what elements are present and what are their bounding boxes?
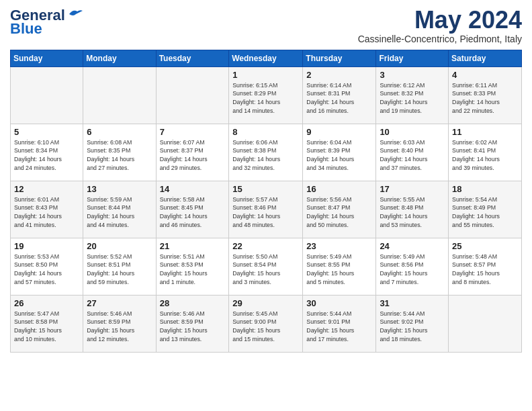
- day-info: Sunrise: 5:56 AM Sunset: 8:47 PM Dayligh…: [306, 195, 372, 230]
- day-info: Sunrise: 5:46 AM Sunset: 8:59 PM Dayligh…: [160, 310, 226, 344]
- header-thursday: Thursday: [303, 50, 376, 66]
- day-info: Sunrise: 5:53 AM Sunset: 8:50 PM Dayligh…: [14, 253, 79, 287]
- calendar-cell: 1Sunrise: 6:15 AM Sunset: 8:29 PM Daylig…: [229, 66, 303, 124]
- calendar-cell: [449, 295, 522, 352]
- day-number: 9: [306, 127, 372, 137]
- calendar-week-3: 12Sunrise: 6:01 AM Sunset: 8:43 PM Dayli…: [11, 181, 522, 238]
- day-number: 20: [87, 241, 152, 251]
- calendar-cell: [156, 66, 229, 124]
- day-info: Sunrise: 5:48 AM Sunset: 8:57 PM Dayligh…: [452, 253, 518, 287]
- day-info: Sunrise: 6:06 AM Sunset: 8:38 PM Dayligh…: [232, 138, 299, 173]
- day-number: 17: [380, 184, 445, 194]
- calendar-cell: 3Sunrise: 6:12 AM Sunset: 8:32 PM Daylig…: [376, 66, 449, 124]
- calendar-cell: 7Sunrise: 6:07 AM Sunset: 8:37 PM Daylig…: [156, 124, 229, 181]
- calendar-cell: 21Sunrise: 5:51 AM Sunset: 8:53 PM Dayli…: [156, 238, 229, 295]
- day-number: 7: [160, 127, 226, 137]
- day-info: Sunrise: 6:03 AM Sunset: 8:40 PM Dayligh…: [380, 138, 445, 173]
- day-info: Sunrise: 5:49 AM Sunset: 8:55 PM Dayligh…: [306, 253, 372, 287]
- day-info: Sunrise: 5:46 AM Sunset: 8:59 PM Dayligh…: [87, 310, 152, 344]
- day-info: Sunrise: 6:02 AM Sunset: 8:41 PM Dayligh…: [452, 138, 518, 173]
- day-info: Sunrise: 5:49 AM Sunset: 8:56 PM Dayligh…: [380, 253, 445, 287]
- day-number: 8: [232, 127, 299, 137]
- calendar-cell: 26Sunrise: 5:47 AM Sunset: 8:58 PM Dayli…: [11, 295, 83, 352]
- calendar-cell: 6Sunrise: 6:08 AM Sunset: 8:35 PM Daylig…: [83, 124, 156, 181]
- day-number: 25: [452, 241, 518, 251]
- location-subtitle: Cassinelle-Concentrico, Piedmont, Italy: [358, 34, 522, 44]
- header-wednesday: Wednesday: [229, 50, 303, 66]
- logo-blue: Blue: [10, 20, 42, 38]
- calendar-cell: 16Sunrise: 5:56 AM Sunset: 8:47 PM Dayli…: [303, 181, 376, 238]
- day-number: 6: [87, 127, 152, 137]
- calendar-week-5: 26Sunrise: 5:47 AM Sunset: 8:58 PM Dayli…: [11, 295, 522, 352]
- calendar-cell: 13Sunrise: 5:59 AM Sunset: 8:44 PM Dayli…: [83, 181, 156, 238]
- calendar-cell: 29Sunrise: 5:45 AM Sunset: 9:00 PM Dayli…: [229, 295, 303, 352]
- day-number: 26: [14, 298, 79, 308]
- calendar-cell: [83, 66, 156, 124]
- calendar-cell: 19Sunrise: 5:53 AM Sunset: 8:50 PM Dayli…: [11, 238, 83, 295]
- calendar-cell: 12Sunrise: 6:01 AM Sunset: 8:43 PM Dayli…: [11, 181, 83, 238]
- day-info: Sunrise: 5:44 AM Sunset: 9:02 PM Dayligh…: [380, 310, 445, 344]
- calendar-body: 1Sunrise: 6:15 AM Sunset: 8:29 PM Daylig…: [11, 66, 522, 352]
- day-number: 31: [380, 298, 445, 308]
- day-info: Sunrise: 5:57 AM Sunset: 8:46 PM Dayligh…: [232, 195, 299, 230]
- day-number: 19: [14, 241, 79, 251]
- day-number: 29: [232, 298, 299, 308]
- calendar-cell: 4Sunrise: 6:11 AM Sunset: 8:33 PM Daylig…: [449, 66, 522, 124]
- day-number: 3: [380, 70, 445, 80]
- day-info: Sunrise: 5:47 AM Sunset: 8:58 PM Dayligh…: [14, 310, 79, 344]
- calendar-cell: 20Sunrise: 5:52 AM Sunset: 8:51 PM Dayli…: [83, 238, 156, 295]
- day-info: Sunrise: 5:45 AM Sunset: 9:00 PM Dayligh…: [232, 310, 299, 344]
- day-number: 23: [306, 241, 372, 251]
- calendar-cell: [11, 66, 83, 124]
- calendar-cell: 24Sunrise: 5:49 AM Sunset: 8:56 PM Dayli…: [376, 238, 449, 295]
- calendar-cell: 14Sunrise: 5:58 AM Sunset: 8:45 PM Dayli…: [156, 181, 229, 238]
- month-title: May 2024: [358, 7, 522, 34]
- day-info: Sunrise: 5:50 AM Sunset: 8:54 PM Dayligh…: [232, 253, 299, 287]
- calendar-cell: 5Sunrise: 6:10 AM Sunset: 8:34 PM Daylig…: [11, 124, 83, 181]
- calendar-cell: 25Sunrise: 5:48 AM Sunset: 8:57 PM Dayli…: [449, 238, 522, 295]
- calendar-cell: 8Sunrise: 6:06 AM Sunset: 8:38 PM Daylig…: [229, 124, 303, 181]
- calendar-header: SundayMondayTuesdayWednesdayThursdayFrid…: [11, 50, 522, 66]
- day-info: Sunrise: 6:10 AM Sunset: 8:34 PM Dayligh…: [14, 138, 79, 173]
- calendar-cell: 10Sunrise: 6:03 AM Sunset: 8:40 PM Dayli…: [376, 124, 449, 181]
- calendar-cell: 17Sunrise: 5:55 AM Sunset: 8:48 PM Dayli…: [376, 181, 449, 238]
- logo-bird-icon: [68, 9, 83, 19]
- header-saturday: Saturday: [449, 50, 522, 66]
- header-friday: Friday: [376, 50, 449, 66]
- calendar-cell: 11Sunrise: 6:02 AM Sunset: 8:41 PM Dayli…: [449, 124, 522, 181]
- calendar-week-1: 1Sunrise: 6:15 AM Sunset: 8:29 PM Daylig…: [11, 66, 522, 124]
- calendar-cell: 30Sunrise: 5:44 AM Sunset: 9:01 PM Dayli…: [303, 295, 376, 352]
- day-info: Sunrise: 6:12 AM Sunset: 8:32 PM Dayligh…: [380, 81, 445, 116]
- day-number: 16: [306, 184, 372, 194]
- day-number: 2: [306, 70, 372, 80]
- day-info: Sunrise: 5:59 AM Sunset: 8:44 PM Dayligh…: [87, 195, 152, 230]
- day-number: 15: [232, 184, 299, 194]
- day-number: 22: [232, 241, 299, 251]
- header-sunday: Sunday: [11, 50, 83, 66]
- calendar-cell: 22Sunrise: 5:50 AM Sunset: 8:54 PM Dayli…: [229, 238, 303, 295]
- calendar-cell: 18Sunrise: 5:54 AM Sunset: 8:49 PM Dayli…: [449, 181, 522, 238]
- day-number: 28: [160, 298, 226, 308]
- day-info: Sunrise: 5:55 AM Sunset: 8:48 PM Dayligh…: [380, 195, 445, 230]
- header-monday: Monday: [83, 50, 156, 66]
- calendar-cell: 15Sunrise: 5:57 AM Sunset: 8:46 PM Dayli…: [229, 181, 303, 238]
- day-info: Sunrise: 5:44 AM Sunset: 9:01 PM Dayligh…: [306, 310, 372, 344]
- calendar-cell: 31Sunrise: 5:44 AM Sunset: 9:02 PM Dayli…: [376, 295, 449, 352]
- day-info: Sunrise: 6:08 AM Sunset: 8:35 PM Dayligh…: [87, 138, 152, 173]
- day-info: Sunrise: 5:54 AM Sunset: 8:49 PM Dayligh…: [452, 195, 518, 230]
- calendar-cell: 27Sunrise: 5:46 AM Sunset: 8:59 PM Dayli…: [83, 295, 156, 352]
- day-info: Sunrise: 6:01 AM Sunset: 8:43 PM Dayligh…: [14, 195, 79, 230]
- calendar-table: SundayMondayTuesdayWednesdayThursdayFrid…: [10, 50, 522, 353]
- day-info: Sunrise: 6:14 AM Sunset: 8:31 PM Dayligh…: [306, 81, 372, 116]
- day-number: 1: [232, 70, 299, 80]
- day-info: Sunrise: 6:04 AM Sunset: 8:39 PM Dayligh…: [306, 138, 372, 173]
- day-number: 10: [380, 127, 445, 137]
- calendar-week-2: 5Sunrise: 6:10 AM Sunset: 8:34 PM Daylig…: [11, 124, 522, 181]
- day-number: 11: [452, 127, 518, 137]
- day-info: Sunrise: 6:07 AM Sunset: 8:37 PM Dayligh…: [160, 138, 226, 173]
- calendar-week-4: 19Sunrise: 5:53 AM Sunset: 8:50 PM Dayli…: [11, 238, 522, 295]
- logo: General Blue: [10, 7, 83, 38]
- day-info: Sunrise: 5:58 AM Sunset: 8:45 PM Dayligh…: [160, 195, 226, 230]
- day-info: Sunrise: 5:52 AM Sunset: 8:51 PM Dayligh…: [87, 253, 152, 287]
- header-tuesday: Tuesday: [156, 50, 229, 66]
